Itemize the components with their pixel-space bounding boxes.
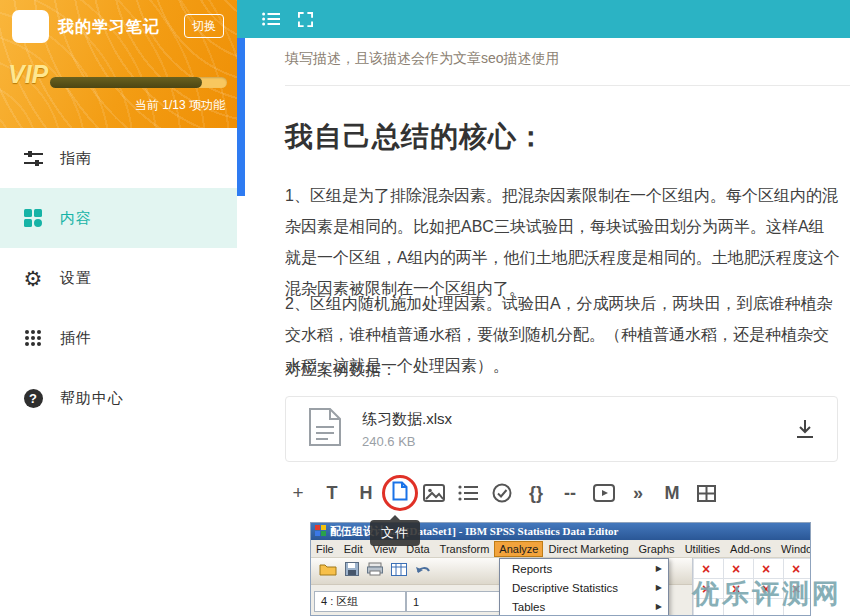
open-folder-icon[interactable] xyxy=(319,562,337,580)
sidebar-item-plugins[interactable]: 插件 xyxy=(0,308,237,368)
spss-menu-file[interactable]: File xyxy=(311,541,339,557)
paragraph-1: 1、区组是为了排除混杂因素。把混杂因素限制在一个区组内。每个区组内的混杂因素是相… xyxy=(285,180,840,304)
app-title: 我的学习笔记 xyxy=(58,17,160,38)
chevrons-button[interactable]: » xyxy=(621,479,655,507)
spss-menu-addons[interactable]: Add-ons xyxy=(725,541,776,557)
vip-progress-fill xyxy=(50,77,202,88)
main-area: 填写描述，且该描述会作为文章seo描述使用 我自己总结的核心： 1、区组是为了排… xyxy=(237,0,850,616)
app-root: 我的学习笔记 切换 VIP 当前 1/13 项功能 指南 内容 xyxy=(0,0,850,616)
sidebar-item-label: 设置 xyxy=(60,269,92,288)
save-icon[interactable] xyxy=(345,562,359,580)
dropdown-item-reports[interactable]: Reports▶ xyxy=(500,559,668,578)
divider xyxy=(285,85,850,86)
app-logo xyxy=(12,10,49,43)
gear-icon: ⚙ xyxy=(22,267,44,289)
sidebar-header: 我的学习笔记 切换 VIP 当前 1/13 项功能 xyxy=(0,0,237,128)
file-button[interactable] xyxy=(383,479,417,507)
attachment-filename: 练习数据.xlsx xyxy=(362,410,452,429)
table-tool-icon[interactable] xyxy=(391,562,407,580)
vip-progress-text: 当前 1/13 项功能 xyxy=(135,97,225,114)
spss-menu-edit[interactable]: Edit xyxy=(339,541,368,557)
sidebar-item-label: 指南 xyxy=(60,149,92,168)
scrollbar-thumb[interactable] xyxy=(237,38,245,196)
sidebar-item-label: 插件 xyxy=(60,329,92,348)
text-button[interactable]: T xyxy=(315,479,349,507)
submenu-arrow-icon: ▶ xyxy=(656,564,662,573)
file-icon xyxy=(392,481,408,505)
spss-menu-direct-marketing[interactable]: Direct Marketing xyxy=(543,541,633,557)
list-icon[interactable] xyxy=(262,12,280,26)
video-button[interactable] xyxy=(587,479,621,507)
sidebar-item-guide[interactable]: 指南 xyxy=(0,128,237,188)
sidebar-item-label: 帮助中心 xyxy=(60,389,124,408)
spss-menu-graphs[interactable]: Graphs xyxy=(634,541,680,557)
help-icon: ? xyxy=(22,387,44,409)
attachment-filesize: 240.6 KB xyxy=(362,434,452,449)
spss-menu-analyze[interactable]: Analyze xyxy=(494,541,543,557)
submenu-arrow-icon: ▶ xyxy=(656,602,662,611)
sliders-icon xyxy=(22,147,44,169)
spss-cell-reference[interactable]: 4 : 区组 xyxy=(314,591,406,612)
sidebar-item-help[interactable]: ? 帮助中心 xyxy=(0,368,237,428)
file-tooltip: 文件 xyxy=(370,520,420,546)
sidebar-item-label: 内容 xyxy=(60,209,92,228)
spss-menu-transform[interactable]: Transform xyxy=(435,541,495,557)
undo-icon[interactable] xyxy=(415,562,431,580)
list-button[interactable] xyxy=(451,479,485,507)
case-data-label: 对应案例数据： xyxy=(285,360,397,381)
spss-analyze-dropdown: Reports▶ Descriptive Statistics▶ Tables▶ xyxy=(499,558,669,616)
sidebar: 我的学习笔记 切换 VIP 当前 1/13 项功能 指南 内容 xyxy=(0,0,237,616)
spss-menu-utilities[interactable]: Utilities xyxy=(680,541,725,557)
image-button[interactable] xyxy=(417,479,451,507)
grid-icon xyxy=(22,207,44,229)
sidebar-nav: 指南 内容 ⚙ 设置 插件 ? 帮助中心 xyxy=(0,128,237,428)
article-heading: 我自己总结的核心： xyxy=(285,118,546,156)
print-icon[interactable] xyxy=(367,562,383,580)
switch-button[interactable]: 切换 xyxy=(184,14,224,38)
markdown-button[interactable]: M xyxy=(655,479,689,507)
divider-button[interactable]: -- xyxy=(553,479,587,507)
topbar xyxy=(237,0,850,38)
spss-menu-window[interactable]: Window xyxy=(776,541,811,557)
add-block-button[interactable]: + xyxy=(281,479,315,507)
vip-label: VIP xyxy=(8,60,48,89)
sidebar-item-settings[interactable]: ⚙ 设置 xyxy=(0,248,237,308)
spss-cell-value[interactable]: 1 xyxy=(406,591,502,612)
attachment-card[interactable]: 练习数据.xlsx 240.6 KB xyxy=(285,396,838,462)
fullscreen-icon[interactable] xyxy=(298,12,313,27)
sidebar-item-content[interactable]: 内容 xyxy=(0,188,237,248)
editor-toolbar: + T H {} -- » M xyxy=(281,479,723,507)
dropdown-item-descriptive-statistics[interactable]: Descriptive Statistics▶ xyxy=(500,578,668,597)
seo-description-hint: 填写描述，且该描述会作为文章seo描述使用 xyxy=(285,50,560,68)
vip-progress-bar xyxy=(50,77,227,88)
check-button[interactable] xyxy=(485,479,519,507)
dots-grid-icon xyxy=(22,327,44,349)
heading-button[interactable]: H xyxy=(349,479,383,507)
submenu-arrow-icon: ▶ xyxy=(656,583,662,592)
dropdown-item-tables[interactable]: Tables▶ xyxy=(500,597,668,616)
table-button[interactable] xyxy=(689,479,723,507)
watermark: 优乐评测网 xyxy=(692,576,842,612)
document-icon xyxy=(308,407,342,451)
scrollbar-track[interactable] xyxy=(237,38,245,616)
spss-app-icon xyxy=(315,525,326,538)
download-button[interactable] xyxy=(795,419,815,439)
attachment-info: 练习数据.xlsx 240.6 KB xyxy=(362,410,452,449)
code-button[interactable]: {} xyxy=(519,479,553,507)
